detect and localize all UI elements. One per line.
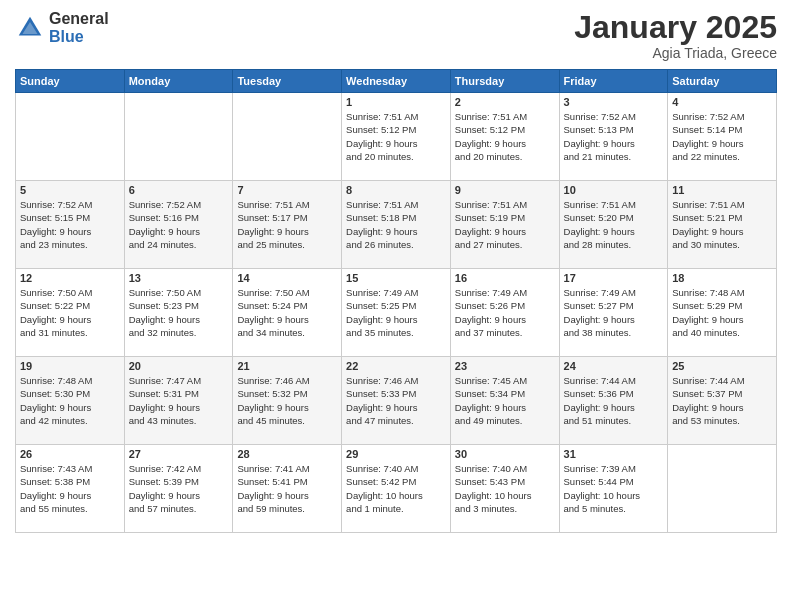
calendar-cell: 6Sunrise: 7:52 AM Sunset: 5:16 PM Daylig… — [124, 181, 233, 269]
day-info: Sunrise: 7:46 AM Sunset: 5:32 PM Dayligh… — [237, 374, 337, 427]
day-number: 18 — [672, 272, 772, 284]
day-info: Sunrise: 7:44 AM Sunset: 5:37 PM Dayligh… — [672, 374, 772, 427]
day-number: 5 — [20, 184, 120, 196]
day-number: 19 — [20, 360, 120, 372]
day-info: Sunrise: 7:46 AM Sunset: 5:33 PM Dayligh… — [346, 374, 446, 427]
day-number: 15 — [346, 272, 446, 284]
logo-blue: Blue — [49, 28, 109, 46]
calendar-cell — [124, 93, 233, 181]
day-number: 26 — [20, 448, 120, 460]
calendar-cell: 17Sunrise: 7:49 AM Sunset: 5:27 PM Dayli… — [559, 269, 668, 357]
day-info: Sunrise: 7:45 AM Sunset: 5:34 PM Dayligh… — [455, 374, 555, 427]
day-number: 3 — [564, 96, 664, 108]
calendar-cell: 26Sunrise: 7:43 AM Sunset: 5:38 PM Dayli… — [16, 445, 125, 533]
calendar-cell: 22Sunrise: 7:46 AM Sunset: 5:33 PM Dayli… — [342, 357, 451, 445]
calendar-cell: 30Sunrise: 7:40 AM Sunset: 5:43 PM Dayli… — [450, 445, 559, 533]
calendar-cell: 7Sunrise: 7:51 AM Sunset: 5:17 PM Daylig… — [233, 181, 342, 269]
calendar-cell: 2Sunrise: 7:51 AM Sunset: 5:12 PM Daylig… — [450, 93, 559, 181]
day-number: 7 — [237, 184, 337, 196]
day-info: Sunrise: 7:52 AM Sunset: 5:15 PM Dayligh… — [20, 198, 120, 251]
day-info: Sunrise: 7:49 AM Sunset: 5:27 PM Dayligh… — [564, 286, 664, 339]
day-number: 2 — [455, 96, 555, 108]
day-number: 14 — [237, 272, 337, 284]
calendar-week-3: 12Sunrise: 7:50 AM Sunset: 5:22 PM Dayli… — [16, 269, 777, 357]
calendar-cell: 3Sunrise: 7:52 AM Sunset: 5:13 PM Daylig… — [559, 93, 668, 181]
day-number: 28 — [237, 448, 337, 460]
day-header-tuesday: Tuesday — [233, 70, 342, 93]
day-header-saturday: Saturday — [668, 70, 777, 93]
day-info: Sunrise: 7:51 AM Sunset: 5:19 PM Dayligh… — [455, 198, 555, 251]
day-number: 30 — [455, 448, 555, 460]
calendar-cell: 24Sunrise: 7:44 AM Sunset: 5:36 PM Dayli… — [559, 357, 668, 445]
day-number: 16 — [455, 272, 555, 284]
day-info: Sunrise: 7:52 AM Sunset: 5:13 PM Dayligh… — [564, 110, 664, 163]
day-info: Sunrise: 7:49 AM Sunset: 5:25 PM Dayligh… — [346, 286, 446, 339]
calendar-cell: 8Sunrise: 7:51 AM Sunset: 5:18 PM Daylig… — [342, 181, 451, 269]
day-number: 11 — [672, 184, 772, 196]
day-info: Sunrise: 7:50 AM Sunset: 5:23 PM Dayligh… — [129, 286, 229, 339]
calendar-week-2: 5Sunrise: 7:52 AM Sunset: 5:15 PM Daylig… — [16, 181, 777, 269]
logo-general: General — [49, 10, 109, 28]
day-info: Sunrise: 7:52 AM Sunset: 5:14 PM Dayligh… — [672, 110, 772, 163]
calendar-cell: 11Sunrise: 7:51 AM Sunset: 5:21 PM Dayli… — [668, 181, 777, 269]
logo: General Blue — [15, 10, 109, 45]
calendar-cell: 15Sunrise: 7:49 AM Sunset: 5:25 PM Dayli… — [342, 269, 451, 357]
calendar-cell: 16Sunrise: 7:49 AM Sunset: 5:26 PM Dayli… — [450, 269, 559, 357]
day-info: Sunrise: 7:51 AM Sunset: 5:12 PM Dayligh… — [455, 110, 555, 163]
day-info: Sunrise: 7:51 AM Sunset: 5:20 PM Dayligh… — [564, 198, 664, 251]
calendar-cell — [233, 93, 342, 181]
calendar-week-1: 1Sunrise: 7:51 AM Sunset: 5:12 PM Daylig… — [16, 93, 777, 181]
day-info: Sunrise: 7:52 AM Sunset: 5:16 PM Dayligh… — [129, 198, 229, 251]
day-info: Sunrise: 7:43 AM Sunset: 5:38 PM Dayligh… — [20, 462, 120, 515]
calendar-table: SundayMondayTuesdayWednesdayThursdayFrid… — [15, 69, 777, 533]
day-number: 29 — [346, 448, 446, 460]
day-number: 4 — [672, 96, 772, 108]
page: General Blue January 2025 Agia Triada, G… — [0, 0, 792, 612]
day-number: 24 — [564, 360, 664, 372]
calendar-cell: 31Sunrise: 7:39 AM Sunset: 5:44 PM Dayli… — [559, 445, 668, 533]
calendar-cell: 13Sunrise: 7:50 AM Sunset: 5:23 PM Dayli… — [124, 269, 233, 357]
day-number: 22 — [346, 360, 446, 372]
calendar-cell: 20Sunrise: 7:47 AM Sunset: 5:31 PM Dayli… — [124, 357, 233, 445]
day-header-wednesday: Wednesday — [342, 70, 451, 93]
calendar-week-4: 19Sunrise: 7:48 AM Sunset: 5:30 PM Dayli… — [16, 357, 777, 445]
calendar-cell: 25Sunrise: 7:44 AM Sunset: 5:37 PM Dayli… — [668, 357, 777, 445]
day-info: Sunrise: 7:51 AM Sunset: 5:18 PM Dayligh… — [346, 198, 446, 251]
calendar-cell — [668, 445, 777, 533]
calendar-cell: 21Sunrise: 7:46 AM Sunset: 5:32 PM Dayli… — [233, 357, 342, 445]
header: General Blue January 2025 Agia Triada, G… — [15, 10, 777, 61]
day-number: 31 — [564, 448, 664, 460]
calendar-cell: 9Sunrise: 7:51 AM Sunset: 5:19 PM Daylig… — [450, 181, 559, 269]
month-title: January 2025 — [574, 10, 777, 45]
logo-icon — [15, 13, 45, 43]
day-number: 1 — [346, 96, 446, 108]
day-info: Sunrise: 7:48 AM Sunset: 5:29 PM Dayligh… — [672, 286, 772, 339]
day-number: 13 — [129, 272, 229, 284]
day-header-sunday: Sunday — [16, 70, 125, 93]
day-info: Sunrise: 7:41 AM Sunset: 5:41 PM Dayligh… — [237, 462, 337, 515]
calendar-cell: 23Sunrise: 7:45 AM Sunset: 5:34 PM Dayli… — [450, 357, 559, 445]
title-block: January 2025 Agia Triada, Greece — [574, 10, 777, 61]
calendar-cell: 10Sunrise: 7:51 AM Sunset: 5:20 PM Dayli… — [559, 181, 668, 269]
day-number: 8 — [346, 184, 446, 196]
calendar-cell: 1Sunrise: 7:51 AM Sunset: 5:12 PM Daylig… — [342, 93, 451, 181]
day-info: Sunrise: 7:47 AM Sunset: 5:31 PM Dayligh… — [129, 374, 229, 427]
calendar-cell: 28Sunrise: 7:41 AM Sunset: 5:41 PM Dayli… — [233, 445, 342, 533]
day-number: 25 — [672, 360, 772, 372]
day-info: Sunrise: 7:50 AM Sunset: 5:22 PM Dayligh… — [20, 286, 120, 339]
calendar-header-row: SundayMondayTuesdayWednesdayThursdayFrid… — [16, 70, 777, 93]
calendar-cell: 4Sunrise: 7:52 AM Sunset: 5:14 PM Daylig… — [668, 93, 777, 181]
calendar-cell: 29Sunrise: 7:40 AM Sunset: 5:42 PM Dayli… — [342, 445, 451, 533]
day-info: Sunrise: 7:44 AM Sunset: 5:36 PM Dayligh… — [564, 374, 664, 427]
day-info: Sunrise: 7:49 AM Sunset: 5:26 PM Dayligh… — [455, 286, 555, 339]
day-header-friday: Friday — [559, 70, 668, 93]
day-info: Sunrise: 7:51 AM Sunset: 5:21 PM Dayligh… — [672, 198, 772, 251]
day-info: Sunrise: 7:51 AM Sunset: 5:12 PM Dayligh… — [346, 110, 446, 163]
day-header-monday: Monday — [124, 70, 233, 93]
day-header-thursday: Thursday — [450, 70, 559, 93]
calendar-cell: 12Sunrise: 7:50 AM Sunset: 5:22 PM Dayli… — [16, 269, 125, 357]
calendar-cell: 27Sunrise: 7:42 AM Sunset: 5:39 PM Dayli… — [124, 445, 233, 533]
calendar-cell: 18Sunrise: 7:48 AM Sunset: 5:29 PM Dayli… — [668, 269, 777, 357]
logo-text: General Blue — [49, 10, 109, 45]
day-info: Sunrise: 7:50 AM Sunset: 5:24 PM Dayligh… — [237, 286, 337, 339]
